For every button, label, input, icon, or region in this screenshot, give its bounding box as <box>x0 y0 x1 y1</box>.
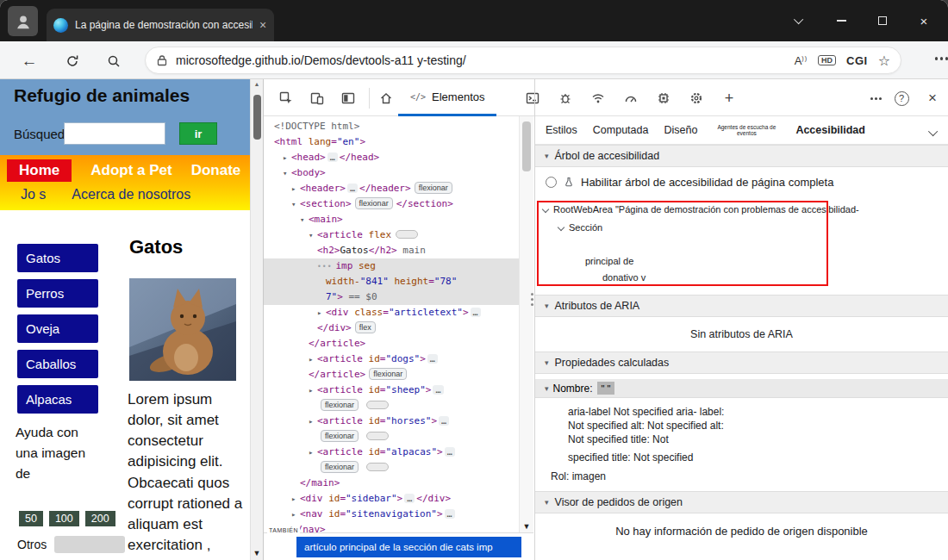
cgi-extension-label[interactable]: CGI <box>846 54 868 67</box>
devtools-close-icon[interactable]: × <box>922 88 943 109</box>
sidebar-button-caballos[interactable]: Caballos <box>17 350 98 378</box>
nav-item-adopt-a-pet[interactable]: Adopt a Pet <box>90 162 172 179</box>
sidebar-button-oveja[interactable]: Oveja <box>17 314 98 343</box>
computed-section-header[interactable]: ▾ Propiedades calculadas <box>535 352 948 374</box>
read-aloud-icon[interactable]: A <box>795 54 808 67</box>
dom-tree-row[interactable]: <html lang="en"> <box>264 134 519 150</box>
settings-gear-icon[interactable] <box>686 88 707 109</box>
a11y-tree-section-header[interactable]: ▾ Árbol de accesibilidad <box>535 145 948 167</box>
profile-avatar[interactable] <box>8 6 38 36</box>
dom-tree-row[interactable]: ▸<article id="dogs">… <box>264 352 519 367</box>
dom-tree-row[interactable]: ▾<main> <box>264 212 519 227</box>
dom-tree-row[interactable]: </article> <box>264 336 519 352</box>
dom-tree-row[interactable]: ▾<section>flexionar</section> <box>264 196 519 212</box>
caret-closed-icon[interactable]: ▸ <box>283 150 291 165</box>
browser-menu-icon[interactable] <box>935 57 939 60</box>
console-icon[interactable] <box>522 88 543 109</box>
scroll-up-icon[interactable]: ▲ <box>251 81 263 87</box>
dom-tree-row[interactable]: ▸<div class="articletext">… <box>264 305 519 320</box>
dom-tree-row[interactable]: ▸<nav id="sitenavigation">… <box>264 507 519 522</box>
back-button[interactable]: ← <box>19 51 40 72</box>
page-scrollbar[interactable]: ▲ ▼ <box>250 79 263 560</box>
nav-item[interactable]: Jo s <box>21 187 46 202</box>
dom-tree-row[interactable]: </nav> <box>264 522 519 532</box>
tab-elementos[interactable]: </> Elementos <box>398 79 496 116</box>
dock-side-icon[interactable] <box>338 88 359 109</box>
maximize-button[interactable] <box>862 0 903 41</box>
dom-tree-row[interactable]: </main> <box>264 476 519 491</box>
site-search-input[interactable] <box>64 122 165 145</box>
browser-tab[interactable]: La página de demostración con accesibili… <box>47 9 274 41</box>
dom-tree-row[interactable]: ▸<head>…</head> <box>264 150 519 165</box>
caret-open-icon[interactable]: ▾ <box>300 212 309 227</box>
caret-closed-icon[interactable]: ▸ <box>309 414 317 429</box>
scroll-down-icon[interactable]: ▼ <box>520 522 533 531</box>
tab-accesibilidad[interactable]: Accesibilidad <box>795 124 865 136</box>
nav-item[interactable]: Acerca de nosotros <box>72 187 190 202</box>
others-input[interactable] <box>54 536 125 553</box>
search-button[interactable] <box>103 51 124 72</box>
tab-agentes[interactable]: Agentes de escucha de eventos <box>713 124 780 136</box>
dom-tree-row[interactable]: <!DOCTYPE html> <box>264 119 519 134</box>
caret-closed-icon[interactable]: ▸ <box>291 507 300 522</box>
dom-tree-row[interactable]: </div>flex <box>264 320 519 336</box>
scrollbar-thumb[interactable] <box>253 95 261 140</box>
dom-tree-row[interactable]: </article>flexionar <box>264 367 519 383</box>
help-icon[interactable]: ? <box>891 88 912 109</box>
dom-tree-row[interactable]: ▸<article id="alpacas">… <box>264 445 519 460</box>
aria-section-header[interactable]: ▾ Atributos de ARIA <box>535 295 948 317</box>
a11y-tree-node[interactable]: donativo v <box>602 272 646 283</box>
caret-closed-icon[interactable]: ▸ <box>317 305 326 320</box>
tab-estilos[interactable]: Estilos <box>546 124 577 136</box>
dom-tree-row[interactable]: flexionar <box>264 460 519 476</box>
caret-closed-icon[interactable]: ▸ <box>309 383 317 398</box>
caret-closed-icon[interactable]: ▸ <box>291 181 300 196</box>
devtools-menu-icon[interactable] <box>861 88 882 109</box>
caret-closed-icon[interactable]: ▸ <box>309 352 317 367</box>
pane-drag-handle[interactable] <box>531 293 533 296</box>
minimize-button[interactable] <box>820 0 862 41</box>
dom-tree-row[interactable]: ▸<article id="horses">… <box>264 414 519 429</box>
search-go-button[interactable]: ir <box>179 122 217 145</box>
a11y-tree-node[interactable]: principal de <box>585 256 633 266</box>
site-info-lock-icon[interactable] <box>156 54 168 66</box>
enable-a11y-checkbox[interactable] <box>546 177 557 188</box>
caret-closed-icon[interactable]: ▸ <box>309 445 317 460</box>
home-icon[interactable] <box>376 88 396 109</box>
issues-bug-icon[interactable] <box>555 88 576 109</box>
add-tab-plus-icon[interactable]: + <box>719 88 739 109</box>
caret-open-icon[interactable]: ▾ <box>309 227 317 243</box>
dom-tree-row[interactable]: flexionar <box>264 429 519 445</box>
dom-tree-row[interactable]: flexionar <box>264 398 519 414</box>
url-text[interactable]: microsoftedge.github.io/Demos/devtools-a… <box>176 53 791 67</box>
dom-tree-row[interactable]: <h2>Gatos</h2> main <box>264 243 519 258</box>
more-tabs-chevron-icon[interactable] <box>931 127 938 139</box>
scroll-down-icon[interactable]: ▼ <box>251 549 263 557</box>
dom-tree-row[interactable]: •••imp seg <box>264 258 519 274</box>
tab-diseño[interactable]: Diseño <box>664 124 697 136</box>
nav-item-donate[interactable]: Donate <box>191 162 241 179</box>
url-bar[interactable]: microsoftedge.github.io/Demos/devtools-a… <box>145 47 901 74</box>
inspect-element-icon[interactable] <box>276 88 296 109</box>
tab-close-icon[interactable]: × <box>259 18 266 32</box>
memory-chip-icon[interactable] <box>653 88 674 109</box>
a11y-tree-node[interactable]: Sección <box>558 222 602 233</box>
device-emulation-icon[interactable] <box>307 88 327 109</box>
performance-gauge-icon[interactable] <box>621 88 641 109</box>
browser-essentials-chevron-icon[interactable] <box>779 0 820 41</box>
hd-badge[interactable]: HD <box>818 55 836 65</box>
dom-tree-row[interactable]: ▸<div id="sidebar">…</div> <box>264 491 519 507</box>
breadcrumb[interactable]: artículo principal de la sección die cat… <box>296 537 521 557</box>
dom-tree-row[interactable]: ▾<body> <box>264 165 519 181</box>
caret-closed-icon[interactable]: ▸ <box>291 491 300 507</box>
sidebar-button-gatos[interactable]: Gatos <box>17 244 98 272</box>
dom-tree-row[interactable]: ▸<article id="sheep">… <box>264 383 519 398</box>
a11y-tree-node[interactable]: RootWebArea "Página de demostración con … <box>543 204 859 215</box>
scrollbar-thumb[interactable] <box>522 121 531 171</box>
nav-item-home[interactable]: Home <box>7 159 72 182</box>
source-order-section-header[interactable]: ▾ Visor de pedidos de origen <box>535 491 948 513</box>
dom-tree-row[interactable]: ▸<header>…</header>flexionar <box>264 181 519 196</box>
refresh-button[interactable] <box>62 51 83 72</box>
tab-computada[interactable]: Computada <box>593 124 649 136</box>
close-button[interactable]: × <box>903 0 945 41</box>
